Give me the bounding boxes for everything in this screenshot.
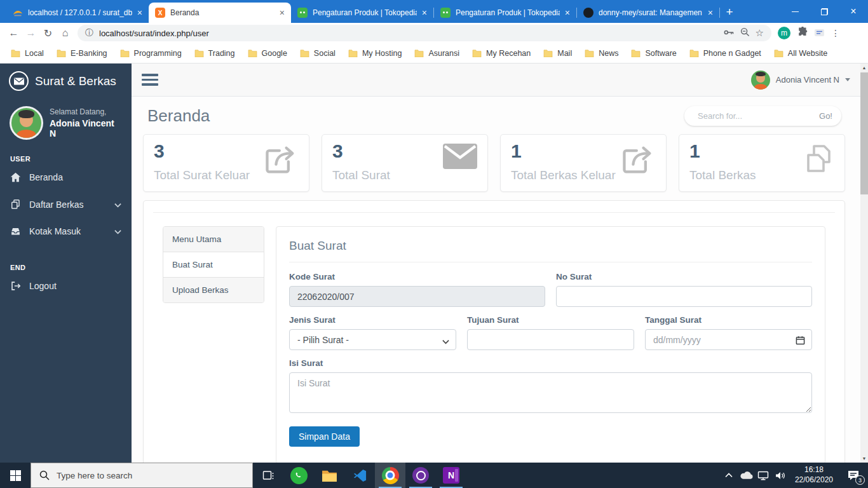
purple-app-button[interactable] [405,463,436,488]
menu-item-buat-surat[interactable]: Buat Surat [163,252,264,278]
volume-icon[interactable] [772,471,789,480]
bookmark-label: News [599,49,618,58]
bookmark-folder[interactable]: Asuransi [411,49,469,58]
xampp-icon [155,8,165,18]
puzzle-extensions-icon[interactable] [797,27,808,39]
sidebar-item-beranda[interactable]: Beranda [0,164,132,191]
onenote-icon [443,467,459,484]
stat-card-total-surat-keluar: 3 Total Surat Keluar [143,134,309,192]
scrollbar-thumb[interactable] [860,72,868,194]
user-menu[interactable]: Adonia Vincent N [751,71,850,90]
content-card: Menu Utama Buat Surat Upload Berkas Buat… [143,200,845,481]
chrome-icon [382,467,399,484]
sidebar-item-logout[interactable]: Logout [0,273,132,299]
tab-close-icon[interactable]: × [422,8,427,17]
hamburger-menu-icon[interactable] [142,71,158,88]
jenis-surat-select[interactable]: - Pilih Surat - [289,329,456,350]
vscode-button[interactable] [344,463,375,488]
vscode-icon [353,468,367,483]
bookmark-folder[interactable]: Mail [540,49,581,58]
isi-surat-field[interactable] [289,372,812,413]
bookmark-folder[interactable]: My Recehan [469,49,540,58]
bookmark-folder[interactable]: News [581,49,628,58]
start-button[interactable] [0,463,31,488]
url-text[interactable]: localhost/surat/index.php/user [99,29,718,38]
bookmark-folder[interactable]: E-Banking [53,49,117,58]
bookmark-folder[interactable]: All Website [771,49,837,58]
chrome-button[interactable] [375,463,405,488]
app-brand: Surat & Berkas [0,64,132,97]
browser-tab-tokopedia-1[interactable]: Pengaturan Produk | Tokopedia × [291,3,433,23]
bookmark-label: E-Banking [71,49,107,58]
kode-surat-field [289,286,545,307]
stat-card-total-surat: 3 Total Surat [322,134,488,192]
new-tab-button[interactable]: + [720,3,739,22]
info-icon[interactable]: ⓘ [85,27,93,39]
extension-badge-icon[interactable] [815,27,824,39]
network-icon[interactable] [755,471,772,480]
bookmark-folder[interactable]: Phone n Gadget [686,49,771,58]
isi-surat-label: Isi Surat [289,358,812,368]
action-center-button[interactable]: 3 [839,463,868,488]
address-bar[interactable]: ⓘ localhost/surat/index.php/user ☆ [78,25,771,41]
sidebar-item-kotak-masuk[interactable]: Kotak Masuk [0,218,132,245]
bookmark-folder[interactable]: Programming [117,49,191,58]
close-button[interactable]: × [839,0,868,23]
notification-badge: 3 [855,475,865,485]
tab-close-icon[interactable]: × [280,8,285,17]
bookmark-star-icon[interactable]: ☆ [756,27,764,39]
no-surat-field[interactable] [556,286,812,307]
logout-icon [10,281,21,291]
tab-title: Beranda [170,8,275,17]
minimize-button[interactable] [780,0,810,23]
browser-tab-tokopedia-2[interactable]: Pengaturan Produk | Tokopedia × [434,3,576,23]
page-scrollbar[interactable]: ▲ ▼ [860,64,868,463]
whatsapp-button[interactable] [283,463,314,488]
scroll-up-icon[interactable]: ▲ [860,64,868,72]
bookmark-folder[interactable]: Trading [191,49,245,58]
system-tray: 16:18 22/06/2020 3 [721,463,868,488]
refresh-icon[interactable]: ↻ [39,27,57,39]
sidebar-item-daftar-berkas[interactable]: Daftar Berkas [0,191,132,218]
menu-item-upload-berkas[interactable]: Upload Berkas [163,278,264,302]
jenis-surat-label: Jenis Surat [289,315,456,325]
tab-close-icon[interactable]: × [565,8,570,17]
zoom-out-icon[interactable] [740,27,750,39]
taskbar-search[interactable]: Type here to search [31,463,253,488]
forward-icon[interactable]: → [22,27,39,39]
scroll-down-icon[interactable]: ▼ [860,454,868,463]
github-icon [583,8,593,18]
tab-strip: localhost / 127.0.0.1 / surat_db × Beran… [6,3,739,23]
bookmark-folder[interactable]: Social [297,49,345,58]
taskbar-clock[interactable]: 16:18 22/06/2020 [789,465,839,485]
page-header: Beranda Go! [132,97,860,130]
back-icon[interactable]: ← [5,27,22,39]
bookmark-folder[interactable]: My Hosting [345,49,412,58]
browser-menu-icon[interactable]: ⋮ [831,28,840,38]
simpan-data-button[interactable]: Simpan Data [289,426,360,447]
tab-close-icon[interactable]: × [708,8,713,17]
tab-close-icon[interactable]: × [137,8,142,17]
tujuan-surat-field[interactable] [467,329,634,350]
stat-cards: 3 Total Surat Keluar 3 Total Surat [143,134,845,192]
tray-chevron-up-icon[interactable] [721,473,738,478]
onenote-button[interactable] [436,463,466,488]
browser-tab-beranda-active[interactable]: Beranda × [149,3,291,23]
restore-button[interactable] [810,0,839,23]
bookmark-folder[interactable]: Google [245,49,297,58]
tanggal-surat-field[interactable] [645,329,812,350]
search-input[interactable] [698,111,819,121]
search-go-button[interactable]: Go! [819,111,832,121]
bookmark-folder[interactable]: Local [8,49,53,58]
bookmark-folder[interactable]: Software [628,49,686,58]
file-explorer-button[interactable] [314,463,344,488]
browser-tab-phpmyadmin[interactable]: localhost / 127.0.0.1 / surat_db × [6,3,149,23]
onedrive-icon[interactable] [738,471,755,480]
bookmark-label: Software [645,49,676,58]
key-icon[interactable] [724,27,735,39]
browser-tab-github[interactable]: donny-mey/surat: Managemen × [577,3,719,23]
m-extension-icon[interactable] [778,27,790,39]
home-icon[interactable]: ⌂ [57,27,74,39]
menu-item-menu-utama[interactable]: Menu Utama [163,227,264,252]
task-view-button[interactable] [253,463,283,488]
